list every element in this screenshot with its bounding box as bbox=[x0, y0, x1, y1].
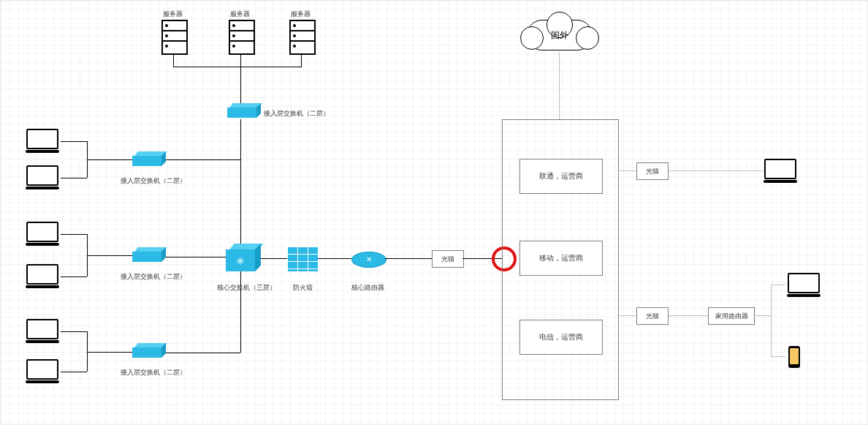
laptop-icon bbox=[26, 319, 59, 344]
server-icon bbox=[229, 20, 255, 55]
server-icon bbox=[289, 20, 316, 55]
switch-icon bbox=[132, 156, 161, 169]
diagram-canvas: 服务器 服务器 服务器 接入层交换机（二层） 接入层交换机（二层） 接入层交换机… bbox=[0, 0, 868, 425]
laptop-icon bbox=[787, 273, 821, 298]
carrier-mobile: 移动，运营商 bbox=[519, 241, 603, 276]
access-switch-label: 接入层交换机（二层） bbox=[121, 368, 186, 377]
laptop-icon bbox=[26, 222, 59, 247]
laptop-icon bbox=[764, 159, 797, 184]
cloud-icon: 国外 bbox=[527, 20, 593, 50]
laptop-icon bbox=[26, 359, 59, 384]
carrier-label: 电信，运营商 bbox=[539, 332, 583, 342]
firewall-icon bbox=[287, 247, 318, 271]
laptop-icon bbox=[26, 264, 59, 289]
home-router-box: 家用路由器 bbox=[708, 307, 755, 325]
optical-modem-box: 光猫 bbox=[432, 250, 464, 268]
access-switch-label: 接入层交换机（二层） bbox=[264, 109, 330, 119]
laptop-icon bbox=[26, 165, 59, 190]
switch-icon bbox=[132, 347, 161, 361]
phone-icon bbox=[788, 346, 800, 368]
laptop-icon bbox=[26, 129, 59, 154]
optical-modem-box: 光猫 bbox=[636, 307, 669, 325]
access-switch-label: 接入层交换机（二层） bbox=[121, 272, 186, 282]
core-router-label: 核心路由器 bbox=[351, 283, 384, 293]
core-switch-label: 核心交换机（三层） bbox=[217, 283, 276, 293]
firewall-label: 防火墙 bbox=[293, 283, 313, 293]
cloud-label: 国外 bbox=[551, 29, 568, 42]
carrier-label: 联通，运营商 bbox=[539, 171, 583, 181]
optical-modem-label: 光猫 bbox=[646, 167, 659, 176]
optical-modem-label: 光猫 bbox=[441, 255, 454, 264]
optical-modem-box: 光猫 bbox=[636, 162, 669, 180]
server-label: 服务器 bbox=[230, 10, 250, 19]
carrier-unicom: 联通，运营商 bbox=[519, 159, 603, 194]
carrier-telecom: 电信，运营商 bbox=[519, 320, 603, 355]
switch-icon bbox=[132, 252, 161, 265]
server-label: 服务器 bbox=[291, 10, 311, 19]
server-label: 服务器 bbox=[163, 10, 183, 19]
server-icon bbox=[161, 20, 188, 55]
carrier-label: 移动，运营商 bbox=[539, 253, 583, 263]
home-router-label: 家用路由器 bbox=[715, 312, 748, 321]
access-switch-label: 接入层交换机（二层） bbox=[121, 176, 186, 186]
optical-modem-label: 光猫 bbox=[646, 312, 659, 321]
router-icon bbox=[351, 252, 387, 268]
core-switch-icon: ✳ bbox=[226, 249, 255, 274]
switch-icon bbox=[227, 108, 256, 121]
